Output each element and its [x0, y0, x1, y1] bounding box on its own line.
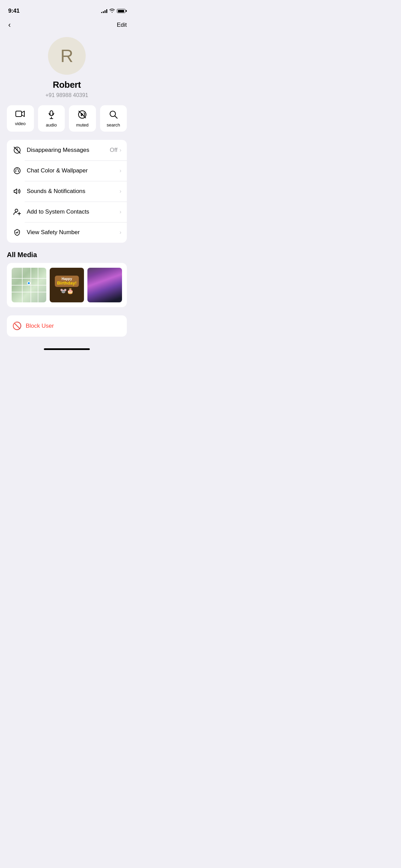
search-icon: [109, 110, 118, 120]
media-card: Happy Birthday! 🐭🎂: [7, 263, 127, 307]
video-icon: [15, 110, 25, 119]
chevron-icon: ›: [120, 188, 121, 194]
signal-icon: [101, 9, 107, 13]
disappearing-messages-row[interactable]: Disappearing Messages Off ›: [7, 140, 127, 160]
disappearing-label: Disappearing Messages: [27, 147, 110, 154]
svg-point-15: [15, 171, 16, 172]
audio-label: audio: [46, 122, 57, 128]
wifi-icon: [109, 9, 115, 14]
svg-point-14: [18, 170, 19, 171]
nav-bar: ‹ Edit: [0, 17, 134, 34]
contact-phone: +91 98988 40391: [45, 92, 88, 98]
chevron-icon: ›: [120, 229, 121, 236]
chevron-icon: ›: [120, 209, 121, 215]
avatar: R: [48, 37, 86, 75]
block-user-card[interactable]: 🚫 Block User: [7, 315, 127, 337]
edit-button[interactable]: Edit: [117, 22, 127, 28]
status-icons: [101, 9, 125, 14]
add-contacts-icon: [12, 207, 22, 217]
avatar-letter: R: [60, 46, 73, 66]
svg-point-13: [17, 169, 18, 170]
disappearing-icon: [12, 145, 22, 155]
add-contacts-row[interactable]: Add to System Contacts ›: [7, 202, 127, 222]
search-label: search: [107, 122, 120, 128]
safety-number-row[interactable]: View Safety Number ›: [7, 222, 127, 243]
settings-card: Disappearing Messages Off › Chat Color &…: [7, 140, 127, 243]
profile-section: R Robert +91 98988 40391: [0, 34, 134, 105]
block-icon: 🚫: [12, 322, 22, 330]
chat-color-label: Chat Color & Wallpaper: [27, 167, 120, 174]
map-grid-overlay: [12, 268, 46, 302]
media-thumb-map[interactable]: [12, 268, 46, 302]
sounds-row[interactable]: Sounds & Notifications ›: [7, 181, 127, 202]
media-thumb-birthday[interactable]: Happy Birthday! 🐭🎂: [50, 268, 84, 302]
safety-icon: [12, 228, 22, 237]
action-buttons: video audio muted: [0, 105, 134, 140]
chat-color-row[interactable]: Chat Color & Wallpaper ›: [7, 160, 127, 181]
home-bar: [44, 348, 90, 350]
muted-icon: [78, 110, 87, 120]
video-button[interactable]: video: [7, 105, 34, 132]
status-bar: 9:41: [0, 0, 134, 17]
home-indicator: [0, 348, 134, 353]
chevron-icon: ›: [120, 147, 121, 153]
svg-point-16: [18, 171, 19, 172]
safety-label: View Safety Number: [27, 229, 120, 236]
search-button[interactable]: search: [100, 105, 127, 132]
add-contacts-label: Add to System Contacts: [27, 208, 120, 215]
status-time: 9:41: [8, 8, 20, 14]
video-label: video: [15, 121, 26, 126]
muted-label: muted: [76, 122, 88, 128]
svg-line-6: [115, 116, 117, 118]
contact-name: Robert: [53, 80, 81, 90]
block-label: Block User: [26, 323, 54, 329]
svg-point-12: [15, 170, 16, 171]
battery-icon: [117, 9, 125, 13]
all-media-title: All Media: [0, 251, 134, 263]
sounds-label: Sounds & Notifications: [27, 188, 120, 195]
audio-icon: [47, 110, 56, 120]
svg-rect-0: [16, 111, 22, 117]
audio-button[interactable]: audio: [38, 105, 65, 132]
back-button[interactable]: ‹: [7, 20, 12, 30]
media-thumb-abstract[interactable]: [87, 268, 122, 302]
muted-button[interactable]: muted: [69, 105, 96, 132]
disappearing-value: Off: [110, 147, 117, 154]
chat-color-icon: [12, 166, 22, 176]
svg-point-17: [15, 209, 18, 212]
birthday-content: Happy Birthday! 🐭🎂: [55, 276, 78, 294]
sounds-icon: [12, 186, 22, 196]
chevron-icon: ›: [120, 168, 121, 174]
